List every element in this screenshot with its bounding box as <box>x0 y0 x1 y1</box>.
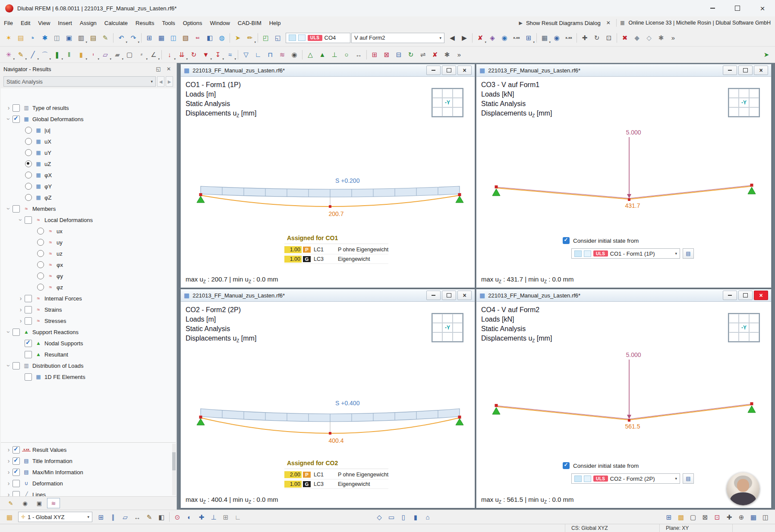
new-section-button[interactable]: I▾ <box>87 49 99 61</box>
tables-button[interactable]: ⊞ <box>143 32 155 44</box>
zoom-pan-button[interactable]: ✚ <box>579 32 591 44</box>
tree-item-u[interactable]: ▦|u| <box>1 125 176 136</box>
tree-item-type-of-results[interactable]: ›▥Type of results <box>1 102 176 113</box>
result-values-button[interactable]: x.xx <box>510 32 523 44</box>
display-option-max-min-information[interactable]: ›▤Max/Min Information <box>1 466 176 478</box>
menu-options[interactable]: Options <box>179 17 206 29</box>
result-window-co2[interactable]: ▦ 221013_FF_Manual_zus_Lasten.rf6* × CO2… <box>180 289 475 508</box>
radio-x[interactable] <box>25 172 32 178</box>
close-navigator-icon[interactable]: ✕ <box>164 65 173 73</box>
display-option-result-values[interactable]: ›x.xxResult Values <box>1 444 176 455</box>
shadow-display-button[interactable]: ▢ <box>687 511 699 523</box>
collapse-chevron-icon[interactable]: › <box>5 116 12 122</box>
tab-results[interactable]: ≋ <box>47 498 60 508</box>
tab-visibility[interactable]: ▣ <box>33 498 46 508</box>
snap-midpoints-button[interactable]: ◐ <box>183 511 195 523</box>
coordinate-system-combo[interactable]: ✛ 1 - Global XYZ ▾ <box>18 512 92 522</box>
save-model-button[interactable]: ▣ <box>63 32 75 44</box>
checkbox-result-values[interactable] <box>13 446 20 454</box>
tree-item-members[interactable]: ›≈Members <box>1 203 176 214</box>
view-cube-cell[interactable] <box>739 332 749 341</box>
result-window-co1[interactable]: ▦ 221013_FF_Manual_zus_Lasten.rf6* × CO1… <box>180 64 475 288</box>
view-cube-cell[interactable] <box>729 314 739 323</box>
minimize-button[interactable] <box>426 66 441 75</box>
view-cube-cell[interactable] <box>442 107 452 116</box>
model-view[interactable]: CO3 - V auf Form1 Loads [kN] Static Anal… <box>476 77 771 288</box>
menu-window[interactable]: Window <box>206 17 234 29</box>
checkbox-1d-fe-elements[interactable] <box>25 373 32 381</box>
dimensions-button[interactable]: ↔ <box>353 49 365 61</box>
ortho-mode-button[interactable]: ∟ <box>232 511 244 523</box>
model-view[interactable]: CO4 - V auf Form2 Loads [kN] Static Anal… <box>476 302 771 508</box>
view-cube-cell[interactable] <box>432 107 442 116</box>
child-window-titlebar[interactable]: ▦ 221013_FF_Manual_zus_Lasten.rf6* × <box>476 64 771 77</box>
view-cube-cell[interactable] <box>739 107 749 116</box>
tab-display[interactable]: ✎ <box>4 498 17 508</box>
expand-chevron-icon[interactable]: › <box>5 457 12 464</box>
area-load-button[interactable]: ▼▾ <box>200 49 212 61</box>
view-cube-cell[interactable] <box>749 89 759 98</box>
grid-points-button[interactable]: ⊞ <box>95 511 107 523</box>
tree-item-z[interactable]: ≈φz <box>1 282 176 293</box>
view-cube-cell[interactable] <box>739 89 749 98</box>
radio-uy[interactable] <box>37 239 44 246</box>
consider-initial-state-checkbox[interactable]: Consider initial state from <box>563 237 694 244</box>
view-cube-cell[interactable] <box>729 323 739 332</box>
tree-item-nodal-supports[interactable]: ▲Nodal Supports <box>1 338 176 349</box>
view-cube-face-label[interactable]: -Y <box>442 323 452 332</box>
toolbar2-overflow-button[interactable]: » <box>453 49 465 61</box>
radio-u[interactable] <box>25 127 32 134</box>
minimize-button[interactable] <box>723 291 737 300</box>
expand-chevron-icon[interactable]: › <box>5 469 12 476</box>
spreadsheets-button[interactable]: ◫ <box>167 32 180 44</box>
drawing-options-button[interactable]: ✱ <box>441 49 453 61</box>
select-combination-button[interactable]: ▤ <box>683 473 694 484</box>
view-cube-cell[interactable] <box>729 107 739 116</box>
new-solid-button[interactable]: ▰▾ <box>111 49 123 61</box>
display-option-deformation[interactable]: ›∪Deformation <box>1 478 176 489</box>
view-cube-face-label[interactable]: -Y <box>739 323 749 332</box>
checkbox-deformation[interactable] <box>13 480 20 487</box>
collapse-chevron-icon[interactable]: › <box>5 329 12 335</box>
view-cube-face-label[interactable]: -Y <box>442 98 452 107</box>
model-view[interactable]: CO2 - Form2 (2P) Loads [m] Static Analys… <box>181 302 475 508</box>
view-xy-button[interactable]: ▭ <box>385 511 397 523</box>
checkbox-distribution-of-loads[interactable] <box>13 362 20 369</box>
checkbox-internal-forces[interactable] <box>25 295 32 302</box>
view-cube-cell[interactable] <box>749 98 759 107</box>
view-cube-cell[interactable] <box>729 332 739 341</box>
background-display-button[interactable]: ◫ <box>759 511 772 523</box>
wireframe-display-mode-button[interactable]: ◇ <box>643 32 655 44</box>
draw-line-button[interactable]: ╱▾ <box>27 49 39 61</box>
moment-load-button[interactable]: ↻ <box>188 49 200 61</box>
visual-objects-button[interactable]: ◧ <box>155 511 167 523</box>
active-combination-combo[interactable]: ULS CO4 <box>286 33 350 43</box>
draw-node-button[interactable]: ✎▾ <box>15 49 27 61</box>
menu-edit[interactable]: Edit <box>17 17 34 29</box>
radio-uy[interactable] <box>25 149 32 156</box>
structure-grid-button[interactable]: #▾ <box>135 49 148 61</box>
work-planes-button[interactable]: ▱ <box>119 511 131 523</box>
stop-calculation-button[interactable]: ✖ <box>619 32 631 44</box>
generate-model-button[interactable]: ✳▾ <box>3 49 15 61</box>
child-window-titlebar[interactable]: ▦ 221013_FF_Manual_zus_Lasten.rf6* × <box>476 289 771 302</box>
checkbox-resultant[interactable] <box>25 351 32 358</box>
tree-item-ux[interactable]: ▦uX <box>1 136 176 147</box>
view-cube-cell[interactable] <box>749 107 759 116</box>
view-cube-cell[interactable] <box>749 332 759 341</box>
maximize-button[interactable] <box>442 66 456 75</box>
show-full-model-button[interactable]: ⌂ <box>422 511 434 523</box>
view-cube-cell[interactable] <box>453 332 463 341</box>
view-cube-face-label[interactable]: -Y <box>739 98 749 107</box>
project-navigator-button[interactable]: ◍ <box>216 32 228 44</box>
show-values-button[interactable]: ◉ <box>498 32 510 44</box>
tree-item-x[interactable]: ▦φX <box>1 169 176 181</box>
results-display-button[interactable]: ⊡ <box>711 511 723 523</box>
menu-assign[interactable]: Assign <box>76 17 101 29</box>
menu-cad-bim[interactable]: CAD-BIM <box>234 17 265 29</box>
new-model-button[interactable]: ✶ <box>3 32 15 44</box>
checkbox-lines[interactable] <box>13 491 20 497</box>
dlubal-online-button[interactable]: b <box>27 32 39 44</box>
view-cube-cell[interactable] <box>432 98 442 107</box>
new-member-set-button[interactable]: ‖ <box>63 49 75 61</box>
